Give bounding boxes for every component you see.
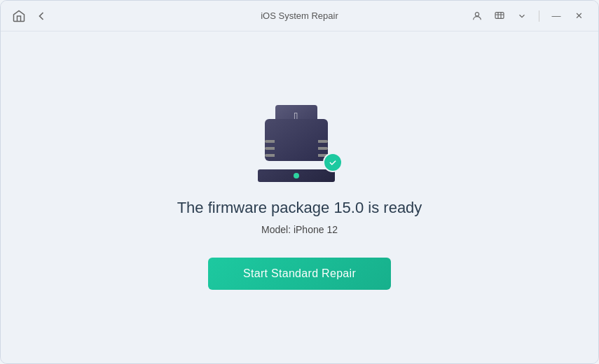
pin <box>318 140 328 143</box>
pins-left <box>265 140 275 157</box>
main-window: iOS System Repair — ✕ <box>0 0 599 364</box>
close-button[interactable]: ✕ <box>570 8 587 24</box>
start-standard-repair-button[interactable]: Start Standard Repair <box>208 258 391 290</box>
user-icon[interactable] <box>469 8 486 24</box>
pin <box>318 147 328 150</box>
home-icon[interactable] <box>12 9 26 23</box>
chip-status-dot <box>294 173 299 178</box>
svg-point-0 <box>475 12 478 15</box>
model-text: Model: iPhone 12 <box>261 224 338 235</box>
chevron-down-icon[interactable] <box>514 8 530 24</box>
pin <box>265 154 275 157</box>
svg-rect-1 <box>495 12 504 18</box>
back-icon[interactable] <box>34 9 48 23</box>
window-title: iOS System Repair <box>261 10 338 21</box>
model-value: iPhone 12 <box>294 224 338 235</box>
titlebar-divider <box>539 10 539 22</box>
firmware-icon:  <box>254 105 345 182</box>
model-label: Model: <box>261 224 291 235</box>
titlebar-nav <box>12 9 48 23</box>
pin <box>265 140 275 143</box>
minimize-button[interactable]: — <box>548 8 565 24</box>
chip-body <box>265 119 328 161</box>
main-content:  <box>1 31 598 363</box>
pin <box>265 147 275 150</box>
chat-icon[interactable] <box>491 8 508 24</box>
chip-base <box>258 169 335 182</box>
check-badge <box>323 153 343 172</box>
firmware-status-text: The firmware package 15.0 is ready <box>177 199 422 217</box>
titlebar-controls: — ✕ <box>469 8 587 24</box>
titlebar: iOS System Repair — ✕ <box>1 1 598 31</box>
